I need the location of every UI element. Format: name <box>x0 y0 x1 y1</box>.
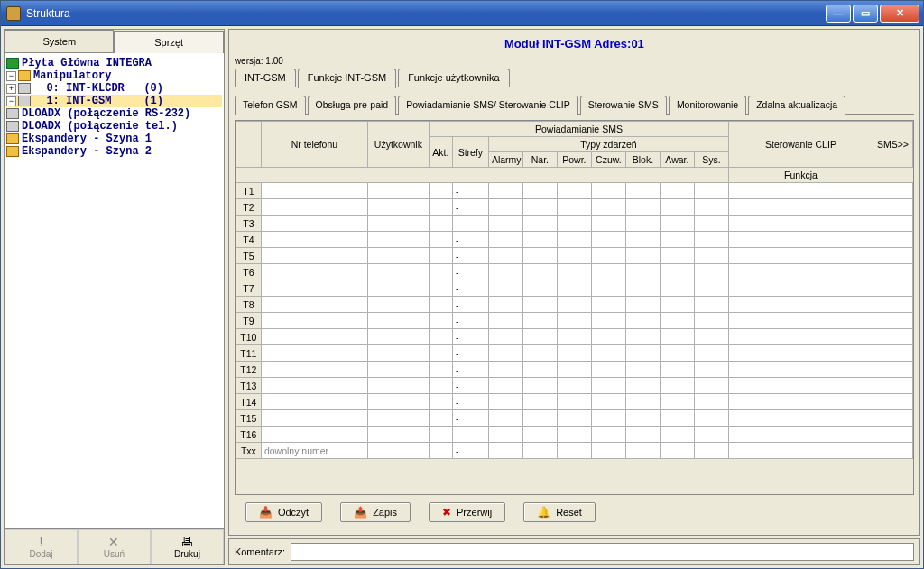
zapis-button[interactable]: 📤Zapis <box>340 502 411 522</box>
table-row[interactable]: T1- <box>236 183 912 199</box>
app-window: Struktura — ▭ ✕ System Sprzęt Płyta Głów… <box>0 0 924 569</box>
tree-exp2[interactable]: Ekspandery - Szyna 2 <box>6 145 222 158</box>
subtab-zdalna[interactable]: Zdalna aktualizacja <box>748 96 845 115</box>
col-powr: Powr. <box>557 152 591 168</box>
tree-dev0[interactable]: + 0: INT-KLCDR (0) <box>6 82 222 95</box>
tab-intgsm[interactable]: INT-GSM <box>235 69 296 87</box>
col-uzytk: Użytkownik <box>367 122 429 168</box>
client-area: System Sprzęt Płyta Główna INTEGRA −Mani… <box>1 26 923 568</box>
przerwij-button[interactable]: ✖Przerwij <box>429 502 505 522</box>
main-tabset: INT-GSM Funkcje INT-GSM Funkcje użytkown… <box>235 68 914 87</box>
window-title: Struktura <box>26 7 826 20</box>
table-row[interactable]: T10- <box>236 329 912 345</box>
table-row[interactable]: T9- <box>236 313 912 329</box>
table-row[interactable]: T3- <box>236 216 912 232</box>
dodaj-button[interactable]: !Dodaj <box>5 529 78 564</box>
drukuj-button[interactable]: 🖶Drukuj <box>151 529 224 564</box>
cancel-icon: ✖ <box>442 506 451 519</box>
collapse-icon[interactable]: − <box>6 71 16 81</box>
left-toolbar: !Dodaj ✕Usuń 🖶Drukuj <box>5 528 224 564</box>
titlebar: Struktura — ▭ ✕ <box>1 1 923 26</box>
exclaim-icon: ! <box>40 536 43 548</box>
col-nar: Nar. <box>522 152 557 168</box>
left-pane: System Sprzęt Płyta Główna INTEGRA −Mani… <box>4 29 225 565</box>
group-powiadom: Powiadamianie SMS <box>429 122 728 137</box>
col-czuw: Czuw. <box>591 152 625 168</box>
read-icon: 📥 <box>259 506 273 519</box>
col-sys: Sys. <box>694 152 728 168</box>
folder-icon <box>6 133 19 144</box>
table-row[interactable]: T7- <box>236 280 912 297</box>
device-icon <box>18 83 31 94</box>
tree-dloadx-tel[interactable]: DLOADX (połączenie tel.) <box>6 120 222 133</box>
window-buttons: — ▭ ✕ <box>826 5 919 23</box>
comment-label: Komentarz: <box>235 546 285 557</box>
tree-exp1[interactable]: Ekspandery - Szyna 1 <box>6 133 222 145</box>
reset-icon: 🔔 <box>537 506 550 519</box>
table-row[interactable]: T14- <box>236 394 912 410</box>
app-icon <box>6 6 21 21</box>
tree-dev1[interactable]: − 1: INT-GSM (1) <box>6 95 222 107</box>
table-row[interactable]: T8- <box>236 297 912 313</box>
x-icon: ✕ <box>108 536 119 548</box>
col-blok: Blok. <box>625 152 660 168</box>
tab-system[interactable]: System <box>5 30 114 52</box>
comment-input[interactable] <box>291 543 914 561</box>
col-strefy: Strefy <box>452 137 488 168</box>
tab-sprzet[interactable]: Sprzęt <box>114 31 223 53</box>
sub-tabset: Telefon GSM Obsługa pre-paid Powiadamian… <box>235 95 914 115</box>
tree-dloadx-rs232[interactable]: DLOADX (połączenie RS-232) <box>6 107 222 120</box>
col-rowhdr <box>236 122 261 168</box>
collapse-icon[interactable]: − <box>6 96 16 106</box>
group-sterowanie-clip: Sterowanie CLIP <box>729 122 873 168</box>
table-row[interactable]: T6- <box>236 264 912 280</box>
device-icon <box>18 96 31 106</box>
subtab-telefon[interactable]: Telefon GSM <box>235 96 306 115</box>
tab-funkcje-intgsm[interactable]: Funkcje INT-GSM <box>298 69 396 88</box>
table-row[interactable]: T11- <box>236 345 912 362</box>
folder-icon <box>18 70 31 81</box>
printer-icon: 🖶 <box>180 536 193 548</box>
expand-icon[interactable]: + <box>6 84 16 94</box>
subtab-monitorowanie[interactable]: Monitorowanie <box>669 96 746 115</box>
left-tabset: System Sprzęt <box>5 30 224 53</box>
close-button[interactable]: ✕ <box>880 5 919 23</box>
table-row[interactable]: T4- <box>236 232 912 248</box>
table-row[interactable]: T2- <box>236 199 912 216</box>
action-buttons: 📥Odczyt 📤Zapis ✖Przerwij 🔔Reset <box>235 495 914 529</box>
tree-manipulatory[interactable]: −Manipulatory <box>6 69 222 82</box>
table-row[interactable]: T16- <box>236 427 912 443</box>
folder-icon <box>6 146 19 157</box>
link-icon <box>6 121 19 132</box>
table-row[interactable]: T15- <box>236 410 912 427</box>
col-awar: Awar. <box>660 152 694 168</box>
subtab-sterowanie-sms[interactable]: Sterowanie SMS <box>580 96 667 115</box>
main-panel: Moduł INT-GSM Adres:01 wersja: 1.00 INT-… <box>228 29 920 536</box>
right-pane: Moduł INT-GSM Adres:01 wersja: 1.00 INT-… <box>228 29 920 565</box>
minimize-button[interactable]: — <box>826 5 851 23</box>
odczyt-button[interactable]: 📥Odczyt <box>245 502 322 522</box>
group-typy: Typy zdarzeń <box>488 137 728 152</box>
col-funkcja: Funkcja <box>729 168 873 183</box>
subtab-powiadamianie[interactable]: Powiadamianie SMS/ Sterowanie CLIP <box>398 96 578 115</box>
table-row[interactable]: T12- <box>236 362 912 378</box>
col-nr: Nr telefonu <box>261 122 367 168</box>
module-version: wersja: 1.00 <box>235 56 914 66</box>
maximize-button[interactable]: ▭ <box>853 5 878 23</box>
table-row[interactable]: Txxdowolny numer- <box>236 443 912 459</box>
tab-funkcje-uzytkownika[interactable]: Funkcje użytkownika <box>398 69 510 87</box>
reset-button[interactable]: 🔔Reset <box>523 502 596 522</box>
col-sms: SMS>> <box>873 122 913 168</box>
col-akt: Akt. <box>429 137 452 168</box>
module-title: Moduł INT-GSM Adres:01 <box>235 37 914 50</box>
usun-button[interactable]: ✕Usuń <box>78 529 151 564</box>
table-row[interactable]: T13- <box>236 378 912 394</box>
table-row[interactable]: T5- <box>236 248 912 264</box>
tree-root[interactable]: Płyta Główna INTEGRA <box>6 57 222 69</box>
device-tree[interactable]: Płyta Główna INTEGRA −Manipulatory + 0: … <box>5 53 224 528</box>
subtab-prepaid[interactable]: Obsługa pre-paid <box>308 96 397 115</box>
comment-panel: Komentarz: <box>228 538 920 565</box>
phones-grid[interactable]: Nr telefonu Użytkownik Powiadamianie SMS… <box>236 121 913 459</box>
col-alarmy: Alarmy <box>488 152 522 168</box>
write-icon: 📤 <box>354 506 367 519</box>
